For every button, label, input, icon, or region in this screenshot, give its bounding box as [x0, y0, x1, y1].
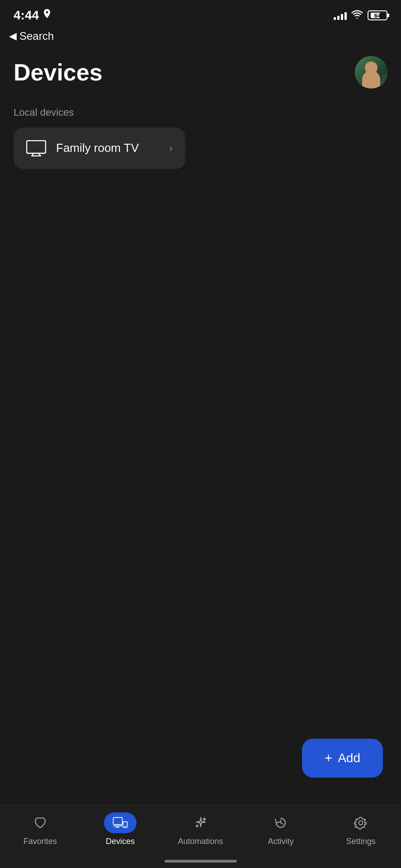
status-left: 4:44 [14, 8, 52, 23]
battery: 64 [368, 10, 387, 20]
page-title: Devices [14, 59, 103, 86]
device-name: Family room TV [56, 141, 139, 156]
nav-item-automations[interactable]: Automations [160, 812, 241, 846]
avatar-image [355, 56, 387, 89]
favorites-icon-container [24, 812, 57, 833]
nav-item-settings[interactable]: Settings [321, 812, 401, 846]
wifi-icon [351, 9, 363, 21]
status-bar: 4:44 64 [0, 0, 401, 27]
signal-bar-3 [341, 14, 343, 20]
local-devices-section: Local devices Family room TV › [0, 93, 401, 169]
nav-item-activity[interactable]: Activity [241, 812, 321, 846]
devices-icon [113, 816, 128, 830]
svg-point-10 [359, 821, 363, 825]
battery-tip [387, 14, 389, 17]
status-time: 4:44 [14, 8, 39, 23]
back-label: Search [19, 30, 54, 42]
settings-icon-container [344, 812, 377, 833]
nav-item-devices[interactable]: Devices [80, 812, 160, 846]
add-plus-icon: + [325, 750, 333, 766]
svg-rect-0 [27, 141, 46, 153]
nav-item-favorites[interactable]: Favorites [0, 812, 80, 846]
tv-icon [26, 140, 46, 156]
automations-icon-container [184, 812, 217, 833]
svg-rect-4 [113, 817, 123, 824]
add-button[interactable]: + Add [302, 739, 383, 778]
back-nav[interactable]: ◀ Search [0, 27, 401, 47]
activity-icon-container [264, 812, 297, 833]
battery-level: 64 [374, 13, 381, 19]
activity-label: Activity [268, 837, 293, 846]
location-icon [42, 9, 52, 22]
status-right: 64 [334, 9, 387, 21]
heart-icon [33, 816, 47, 830]
devices-icon-container [104, 812, 137, 833]
back-chevron-icon: ◀ [9, 30, 17, 42]
sparkle-icon [193, 816, 208, 830]
favorites-label: Favorites [24, 837, 57, 846]
avatar[interactable] [355, 56, 387, 89]
chevron-right-icon: › [169, 142, 173, 155]
signal-bar-4 [344, 12, 347, 20]
history-icon [274, 816, 288, 830]
signal-bar-1 [334, 17, 336, 20]
gear-icon [354, 816, 368, 830]
device-card-left: Family room TV [26, 140, 139, 156]
signal-bar-2 [337, 16, 340, 20]
devices-label: Devices [106, 837, 135, 846]
home-indicator [165, 860, 237, 863]
automations-label: Automations [178, 837, 223, 846]
bottom-nav: Favorites Devices Automations [0, 805, 401, 868]
settings-label: Settings [346, 837, 376, 846]
signal-bars [334, 11, 347, 20]
add-label: Add [338, 751, 360, 765]
section-title: Local devices [14, 107, 387, 118]
device-card-family-room-tv[interactable]: Family room TV › [14, 127, 185, 169]
page-header: Devices [0, 52, 401, 93]
